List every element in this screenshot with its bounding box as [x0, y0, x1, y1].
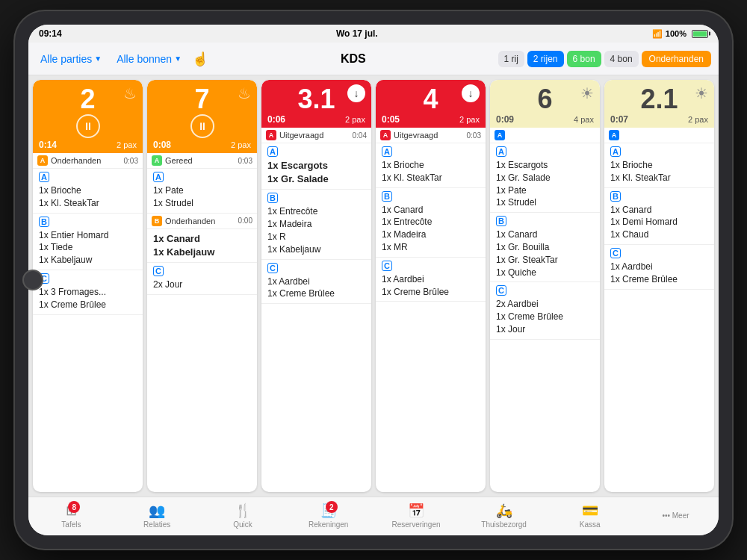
- course-item: 1x Jour: [496, 323, 594, 336]
- steam-icon: ♨: [238, 84, 251, 102]
- status-row-a: A Uitgevraagd 0:04: [261, 128, 371, 143]
- order-card-6[interactable]: ☀ 2.1 0:07 2 pax AA1x Brioche1x Kl. Stea…: [604, 80, 714, 492]
- course-item: 1x Strudel: [496, 196, 594, 209]
- course-item: 1x Creme Brûlee: [39, 299, 137, 311]
- course-item: 1x Pate: [153, 184, 251, 197]
- course-item: 1x Canard: [610, 204, 708, 217]
- course-a: A1x Brioche1x Kl. SteakTar: [376, 143, 486, 188]
- order-card-5[interactable]: ☀ 6 0:09 4 pax AA1x Escargots1x Gr. Sala…: [490, 80, 600, 492]
- order-number: 2.1: [610, 86, 708, 113]
- course-item: 1x Creme Brûlee: [496, 311, 594, 323]
- course-item: 1x 3 Fromages...: [39, 286, 137, 299]
- course-item: 1x Aardbei: [267, 276, 365, 288]
- tab-badge: 2: [326, 501, 338, 513]
- course-b: 1x Canard1x Kabeljauw: [147, 229, 257, 263]
- course-item: 1x Canard: [153, 232, 251, 246]
- card-body: A1x Brioche1x Kl. SteakTarB1x Canard1x D…: [604, 143, 714, 492]
- course-item: 1x Demi Homard: [610, 216, 708, 228]
- course-letter-c: C: [382, 261, 392, 271]
- course-a: A1x Escargots1x Gr. Salade: [261, 143, 371, 190]
- course-item: 1x Quiche: [496, 267, 594, 279]
- view-buttons: 1 rij 2 rijen 6 bon 4 bon Onderhanden: [498, 51, 712, 67]
- down-arrow-icon: ↓: [347, 84, 365, 102]
- status-badge-b: B: [152, 216, 162, 226]
- course-item: 1x Creme Brûlee: [267, 287, 365, 300]
- order-card-2[interactable]: ♨ 7 ⏸ 0:08 2 pax A Gereed 0:03 A1x Pate1…: [147, 80, 257, 492]
- onderhanden-button[interactable]: Onderhanden: [642, 51, 711, 67]
- course-item: 1x Kabeljauw: [39, 254, 137, 267]
- down-arrow-icon: ↓: [462, 84, 480, 102]
- toolbar-title: KDS: [214, 52, 492, 66]
- course-c: C2x Jour: [147, 263, 257, 295]
- course-b: B1x Canard1x Demi Homard1x Chaud: [604, 188, 714, 245]
- tab-quick[interactable]: 🍴Quick: [220, 503, 265, 529]
- kds-column-4: ↓ 4 0:05 2 pax A Uitgevraagd 0:03 A1x Br…: [376, 80, 486, 492]
- status-badge-a: A: [495, 130, 505, 140]
- course-letter-b: B: [267, 193, 278, 203]
- course-item: 1x Gr. SteakTar: [496, 254, 594, 267]
- tab-relaties[interactable]: 👥Relaties: [134, 503, 179, 529]
- course-a: A1x Pate1x Strudel: [147, 169, 257, 214]
- course-letter-b: B: [39, 217, 49, 227]
- course-item: 1x Creme Brûlee: [382, 286, 480, 299]
- tab-reserveringen[interactable]: 📅Reserveringen: [392, 503, 441, 529]
- status-label-b: Onderhanden: [165, 217, 215, 225]
- card-body: A1x Escargots1x Gr. SaladeB1x Entrecôte1…: [261, 143, 371, 492]
- tab-meer[interactable]: ••• Meer: [654, 511, 698, 520]
- card-time-row: 0:14 2 pax: [39, 140, 137, 150]
- course-item: 1x Aardbei: [610, 261, 708, 273]
- order-number: 6: [496, 86, 594, 113]
- course-c: C1x Aardbei1x Creme Brûlee: [604, 245, 714, 290]
- course-letter-c: C: [610, 248, 621, 258]
- columns-area: ♨ 2 ⏸ 0:14 2 pax A Onderhanden 0:03 A1x …: [28, 75, 719, 497]
- status-time-b: 0:00: [238, 217, 252, 225]
- status-badge: A: [266, 130, 276, 140]
- card-header-2: ♨ 7 ⏸ 0:08 2 pax: [147, 80, 257, 153]
- course-letter-a: A: [496, 146, 506, 157]
- course-a: A1x Brioche1x Kl. SteakTar: [604, 143, 714, 188]
- course-item: 1x Canard: [382, 204, 480, 217]
- tab-rekeningen[interactable]: 2🧾Rekeningen: [306, 503, 351, 529]
- steam-icon: ♨: [123, 84, 137, 102]
- status-day: Wo 17 jul.: [336, 28, 378, 39]
- status-row-a: A Uitgevraagd 0:03: [376, 128, 486, 143]
- tab-bar: 8⊞Tafels👥Relaties🍴Quick2🧾Rekeningen📅Rese…: [28, 497, 719, 535]
- course-letter-c: C: [496, 285, 506, 296]
- tab-label: Kassa: [580, 520, 601, 529]
- course-item: 2x Aardbei: [496, 298, 594, 311]
- card-body: A1x Pate1x Strudel B Onderhanden 0:00 1x…: [147, 169, 257, 492]
- card-pax: 2 pax: [117, 140, 137, 149]
- tab-label: Quick: [233, 520, 252, 529]
- order-card-1[interactable]: ♨ 2 ⏸ 0:14 2 pax A Onderhanden 0:03 A1x …: [33, 80, 143, 492]
- battery-pct: 100%: [666, 29, 686, 38]
- card-time-row: 0:09 4 pax: [496, 114, 594, 125]
- course-b: B1x Entier Homard1x Tiede1x Kabeljauw: [33, 214, 143, 270]
- bonnen-button[interactable]: Alle bonnen ▼: [112, 50, 186, 68]
- view-1rij-button[interactable]: 1 rij: [498, 51, 524, 67]
- course-item: 1x Kabeljauw: [153, 246, 251, 259]
- tab-label: Rekeningen: [309, 520, 348, 529]
- status-time: 0:04: [353, 131, 367, 140]
- tab-label: Tafels: [61, 520, 81, 529]
- pause-button[interactable]: ⏸: [39, 114, 137, 138]
- tab-icon: 🍴: [235, 503, 251, 519]
- card-header-3: ↓ 3.1 0:06 2 pax: [261, 80, 371, 128]
- home-button[interactable]: [22, 270, 43, 290]
- tab-kassa[interactable]: 💳Kassa: [568, 503, 613, 529]
- course-item: 1x Escargots: [267, 159, 365, 172]
- tab-icon: 💳: [582, 503, 598, 519]
- course-letter-c: C: [153, 266, 164, 276]
- order-card-3[interactable]: ↓ 3.1 0:06 2 pax A Uitgevraagd 0:04 A1x …: [261, 80, 371, 492]
- course-item: 1x Gr. Salade: [496, 172, 594, 184]
- view-4bon-button[interactable]: 4 bon: [604, 51, 639, 67]
- order-card-4[interactable]: ↓ 4 0:05 2 pax A Uitgevraagd 0:03 A1x Br…: [376, 80, 486, 492]
- view-2rijen-button[interactable]: 2 rijen: [527, 51, 564, 67]
- tab-thuisbezorgd[interactable]: 🛵Thuisbezorgd: [481, 503, 527, 529]
- course-item: 2x Jour: [153, 279, 251, 291]
- tab-tafels[interactable]: 8⊞Tafels: [49, 503, 93, 529]
- status-badge-a: A: [609, 130, 619, 140]
- parties-button[interactable]: Alle parties ▼: [36, 50, 106, 68]
- pause-button[interactable]: ⏸: [153, 114, 251, 138]
- view-6bon-button[interactable]: 6 bon: [567, 51, 601, 67]
- course-item: 1x Strudel: [153, 197, 251, 210]
